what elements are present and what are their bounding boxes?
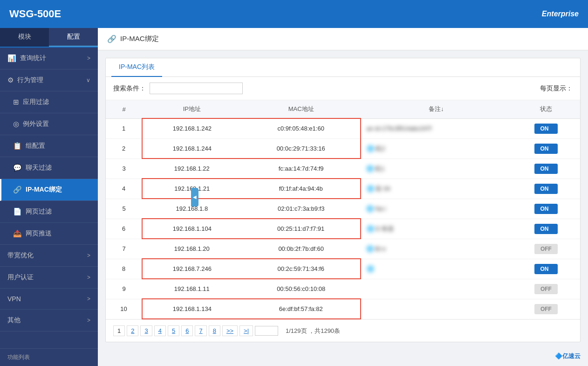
cell-note: 🌐 机2	[361, 138, 512, 159]
cell-status: ON	[512, 159, 580, 179]
sidebar-label-chat-filter: 聊天过滤	[26, 164, 52, 172]
tab-module[interactable]: 模块	[0, 28, 49, 47]
tab-ip-mac-list[interactable]: IP-MAC列表	[111, 58, 162, 77]
cell-mac: c0:9f:05:48:e1:60	[242, 118, 361, 138]
cell-ip: 192.168.1.242	[142, 118, 242, 138]
page-7[interactable]: 7	[195, 325, 206, 336]
sidebar-label-group-config: 组配置	[26, 142, 45, 150]
cell-number: 6	[106, 219, 142, 239]
sidebar-item-user-auth[interactable]: 用户认证 >	[0, 267, 98, 289]
per-page-label: 每页显示：	[540, 84, 573, 93]
toggle-button[interactable]: ON	[534, 264, 558, 274]
cell-ip: 192.168.7.246	[142, 259, 242, 279]
cell-mac: f0:1f:af:4a:94:4b	[242, 179, 361, 199]
logo-watermark: 🔷亿速云	[555, 352, 581, 360]
cell-status: ON	[512, 199, 580, 219]
page-next[interactable]: >>	[222, 325, 238, 336]
page-last[interactable]: >|	[239, 325, 253, 336]
other-label: 其他	[7, 316, 21, 325]
ip-mac-icon: 🔗	[13, 186, 22, 194]
sidebar-label-web-push: 网页推送	[26, 229, 52, 238]
sidebar-item-query-stats[interactable]: 📊 查询统计 >	[0, 48, 98, 69]
page-5[interactable]: 5	[168, 325, 179, 336]
sidebar-item-chat-filter[interactable]: 💬 聊天过滤	[0, 157, 98, 179]
cell-status: OFF	[512, 239, 580, 259]
toggle-button[interactable]: ON	[534, 124, 558, 134]
web-filter-icon: 📄	[13, 207, 22, 216]
toggle-button[interactable]: ON	[534, 144, 558, 154]
user-auth-label: 用户认证	[7, 273, 34, 282]
page-1[interactable]: 1	[113, 325, 125, 336]
search-label: 搜索条件：	[113, 84, 146, 93]
cell-ip: 192.168.1.134	[142, 299, 242, 319]
page-jump-input[interactable]	[255, 326, 278, 336]
search-bar: 搜索条件： 每页显示：	[106, 77, 580, 100]
table-row: 9192.168.1.1100:50:56:c0:10:08OFF	[106, 279, 580, 299]
col-ip: IP地址	[142, 100, 242, 118]
footer-label: 功能列表	[7, 354, 30, 360]
sidebar-item-other[interactable]: 其他 >	[0, 310, 98, 331]
page-2[interactable]: 2	[127, 325, 138, 336]
sidebar-label-app-filter: 应用过滤	[23, 98, 49, 106]
toggle-button[interactable]: ON	[534, 224, 558, 234]
cell-note: 🌐 Na i	[361, 199, 512, 219]
page-info: 1/129页 ，共1290条	[286, 327, 340, 335]
table-row: 7192.168.1.2000:0b:2f:7b:df:60🌐 Bi eOFF	[106, 239, 580, 259]
cell-mac: 02:01:c7:3a:b9:f3	[242, 199, 361, 219]
table-header: # IP地址 MAC地址 备注↓ 状态	[106, 100, 580, 118]
cell-number: 2	[106, 138, 142, 159]
tab-config[interactable]: 配置	[49, 28, 98, 47]
sidebar-tab-bar: 模块 配置	[0, 28, 98, 48]
cell-mac: 00:2c:59:71:34:f6	[242, 259, 361, 279]
cell-number: 7	[106, 239, 142, 259]
sidebar-label-query-stats: 查询统计	[20, 54, 46, 62]
cell-status: OFF	[512, 299, 580, 319]
cell-mac: 00:0c:29:71:33:16	[242, 138, 361, 159]
sidebar-label-exception: 例外设置	[23, 120, 49, 128]
sidebar-item-ip-mac-bind[interactable]: 🔗 IP-MAC绑定	[0, 179, 98, 201]
table-row: 4192.168.1.21f0:1f:af:4a:94:4b🌐 装 04ON	[106, 179, 580, 199]
arrow-user-auth: >	[87, 274, 90, 281]
page-header: 🔗 IP-MAC绑定	[98, 28, 588, 50]
cell-mac: 00:25:11:d7:f7:91	[242, 219, 361, 239]
page-4[interactable]: 4	[154, 325, 166, 336]
page-6[interactable]: 6	[181, 325, 193, 336]
arrow-behavior-mgmt: ∨	[86, 77, 90, 83]
arrow-bandwidth: >	[87, 252, 90, 259]
sidebar-item-web-push[interactable]: 📤 网页推送	[0, 223, 98, 245]
table-body: 1192.168.1.242c0:9f:05:48:e1:60an id-175…	[106, 118, 580, 319]
cell-status: ON	[512, 219, 580, 239]
cell-number: 8	[106, 259, 142, 279]
sidebar-item-vpn[interactable]: VPN >	[0, 289, 98, 310]
table-row: 10192.168.1.1346e:df:bf:57:fa:82OFF	[106, 299, 580, 319]
cell-status: ON	[512, 138, 580, 159]
toggle-button[interactable]: OFF	[534, 284, 558, 294]
sidebar-label-behavior-mgmt: 行为管理	[17, 76, 43, 84]
sidebar-menu: 📊 查询统计 > ⚙ 行为管理 ∨ ⊞ 应用过滤	[0, 48, 98, 348]
query-stats-icon: 📊	[7, 54, 16, 62]
cell-number: 4	[106, 179, 142, 199]
sidebar-item-bandwidth[interactable]: 带宽优化 >	[0, 245, 98, 267]
search-input[interactable]	[150, 83, 243, 94]
sidebar-collapse-button[interactable]: ◀	[191, 188, 198, 207]
tab-bar: IP-MAC列表	[106, 58, 580, 77]
page-header-icon: 🔗	[107, 35, 116, 43]
page-8[interactable]: 8	[209, 325, 220, 336]
page-3[interactable]: 3	[140, 325, 152, 336]
toggle-button[interactable]: ON	[534, 164, 558, 174]
app-title: WSG-500E	[9, 8, 61, 20]
sidebar-item-app-filter[interactable]: ⊞ 应用过滤	[0, 91, 98, 113]
toggle-button[interactable]: ON	[534, 204, 558, 214]
vpn-label: VPN	[7, 295, 21, 303]
col-note: 备注↓	[361, 100, 512, 118]
sidebar-item-exception-settings[interactable]: ◎ 例外设置	[0, 113, 98, 135]
table-row: 1192.168.1.242c0:9f:05:48:e1:60an id-175…	[106, 118, 580, 138]
sidebar-item-web-filter[interactable]: 📄 网页过滤	[0, 201, 98, 223]
col-number: #	[106, 100, 142, 118]
toggle-button[interactable]: OFF	[534, 304, 558, 314]
cell-status: ON	[512, 259, 580, 279]
toggle-button[interactable]: ON	[534, 184, 558, 194]
sidebar-item-behavior-mgmt[interactable]: ⚙ 行为管理 ∨	[0, 69, 98, 91]
sidebar-item-group-config[interactable]: 📋 组配置	[0, 135, 98, 157]
toggle-button[interactable]: OFF	[534, 244, 558, 254]
